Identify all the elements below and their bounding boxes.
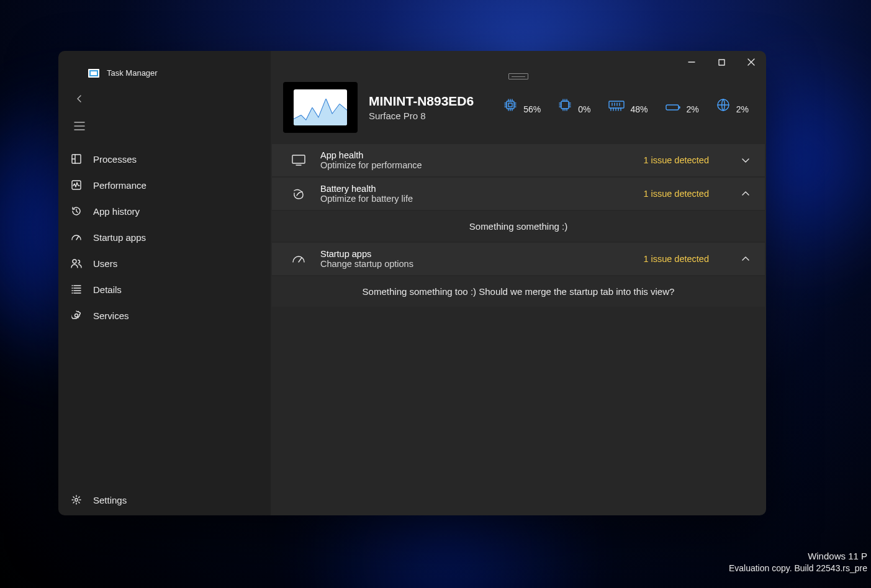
content: MININT-N893ED6 Surface Pro 8 56% 0% 48%: [271, 51, 766, 515]
nav-label: Services: [93, 310, 129, 321]
nav-label: Processes: [93, 154, 137, 165]
card-sub: Optimize for battery life: [320, 194, 630, 204]
stat-cpu[interactable]: 56%: [503, 98, 541, 114]
chevron-up-icon: [741, 253, 751, 265]
card-battery-health[interactable]: Battery health Optimize for battery life…: [272, 178, 765, 210]
battery-leaf-icon: [291, 188, 307, 199]
svg-rect-10: [666, 105, 679, 110]
card-title: Startup apps: [320, 249, 630, 259]
sidebar-item-settings[interactable]: Settings: [58, 489, 271, 515]
svg-rect-12: [292, 155, 305, 163]
grip-handle[interactable]: [508, 73, 528, 79]
activity-icon: [71, 179, 82, 191]
gear-outline-icon: [71, 310, 82, 321]
issue-badge: 1 issue detected: [643, 189, 709, 199]
card-app-health[interactable]: App health Optimize for performance 1 is…: [272, 144, 765, 176]
ram-icon: [608, 101, 625, 114]
titlebar-right: [271, 51, 766, 73]
history-icon: [71, 206, 82, 217]
stat-disk[interactable]: 2%: [666, 103, 699, 114]
nav-label: Startup apps: [93, 232, 146, 243]
globe-icon: [716, 98, 730, 114]
sidebar-item-processes[interactable]: Processes: [58, 146, 271, 172]
users-icon: [71, 258, 82, 269]
stat-gpu[interactable]: 0%: [558, 98, 590, 114]
settings-icon: [71, 494, 82, 505]
minimize-button[interactable]: [677, 51, 706, 73]
sidebar-item-performance[interactable]: Performance: [58, 172, 271, 198]
nav-label: Performance: [93, 180, 147, 191]
task-manager-window: Task Manager Processes Performance Ap: [58, 51, 766, 515]
hamburger-button[interactable]: [71, 117, 88, 135]
stat-value: 48%: [631, 104, 648, 114]
close-icon: [747, 58, 755, 66]
gauge-icon: [71, 232, 82, 243]
gpu-icon: [558, 98, 572, 114]
back-button[interactable]: [71, 90, 88, 107]
svg-point-3: [75, 314, 78, 317]
sidebar-item-users[interactable]: Users: [58, 250, 271, 276]
close-button[interactable]: [736, 51, 766, 73]
cpu-icon: [503, 98, 517, 114]
stat-value: 0%: [578, 104, 590, 114]
svg-rect-9: [609, 101, 624, 108]
stat-net[interactable]: 2%: [716, 98, 749, 114]
hero-icon: [283, 82, 358, 133]
maximize-button[interactable]: [706, 51, 736, 73]
svg-point-4: [75, 499, 78, 501]
stats: 56% 0% 48% 2% 2%: [503, 98, 749, 117]
sidebar-item-app-history[interactable]: App history: [58, 198, 271, 224]
titlebar-left: Task Manager: [58, 60, 271, 84]
gauge-icon: [291, 254, 307, 264]
stat-ram[interactable]: 48%: [608, 101, 648, 114]
app-icon: [88, 69, 99, 78]
arrow-left-icon: [74, 94, 84, 104]
nav-label: App history: [93, 206, 140, 217]
monitor-icon: [291, 155, 307, 166]
device-name: MININT-N893ED6: [369, 94, 474, 109]
card-title: Battery health: [320, 184, 630, 194]
issue-badge: 1 issue detected: [643, 254, 709, 264]
card-sub: Change startup options: [320, 259, 630, 269]
svg-point-2: [73, 260, 76, 263]
disk-icon: [666, 103, 680, 114]
stat-value: 56%: [523, 104, 541, 114]
card-sub: Optimize for performance: [320, 160, 630, 170]
cards: App health Optimize for performance 1 is…: [271, 144, 766, 307]
svg-rect-7: [508, 103, 512, 107]
card-detail: Something something too :) Should we mer…: [272, 276, 765, 307]
minimize-icon: [688, 58, 695, 66]
watermark-line2: Evaluation copy. Build 22543.rs_pre: [729, 563, 867, 574]
sidebar-item-services[interactable]: Services: [58, 302, 271, 328]
card-startup-apps[interactable]: Startup apps Change startup options 1 is…: [272, 243, 765, 275]
hamburger-icon: [74, 122, 85, 130]
card-detail: Something something :): [272, 211, 765, 242]
header: MININT-N893ED6 Surface Pro 8 56% 0% 48%: [271, 73, 766, 144]
stat-value: 2%: [687, 104, 699, 114]
sidebar-item-details[interactable]: Details: [58, 276, 271, 302]
chevron-up-icon: [741, 188, 751, 199]
svg-rect-6: [507, 101, 514, 109]
device-model: Surface Pro 8: [369, 111, 474, 121]
nav-label: Settings: [93, 495, 127, 505]
nav: Processes Performance App history Startu…: [58, 140, 271, 489]
watermark: Windows 11 P Evaluation copy. Build 2254…: [729, 550, 867, 574]
app-title: Task Manager: [107, 68, 158, 78]
sidebar: Task Manager Processes Performance Ap: [58, 51, 271, 515]
nav-label: Users: [93, 258, 117, 269]
svg-rect-8: [561, 101, 569, 109]
watermark-line1: Windows 11 P: [729, 550, 867, 563]
chart-icon: [294, 89, 347, 125]
nav-label: Details: [93, 284, 122, 295]
svg-rect-5: [719, 60, 724, 65]
card-title: App health: [320, 150, 630, 160]
sidebar-item-startup-apps[interactable]: Startup apps: [58, 224, 271, 250]
grid-icon: [71, 153, 82, 165]
stat-value: 2%: [736, 104, 749, 114]
chevron-down-icon: [741, 155, 751, 166]
list-icon: [71, 284, 82, 295]
issue-badge: 1 issue detected: [643, 155, 709, 165]
maximize-icon: [718, 59, 725, 66]
